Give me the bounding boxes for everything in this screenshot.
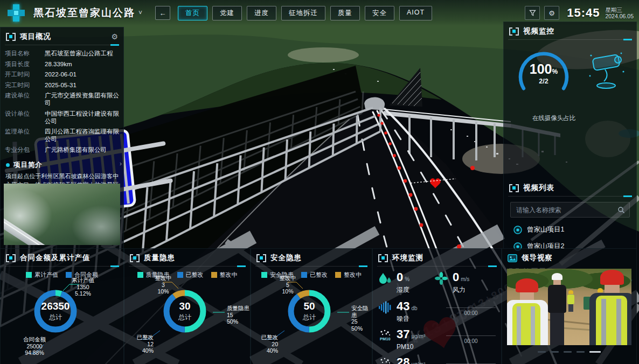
field-row: 项目长度 28.339km [5,60,119,68]
field-row: 设计单位 中国华西工程设计建设有限公司 [5,110,119,125]
worker-left [507,278,549,345]
legend-item: 已整改 [301,271,328,279]
top-bar: 黑石坡至曾家山公路 ˅ ← 首页 党建 进度 征地拆迁 质量 安全 AIOT ⚙… [0,0,639,26]
video-name: 曾家山项目1 [527,225,564,234]
carousel-dots [502,351,636,353]
contract-panel: 合同金额及累计产值 累计产值 合同金额 26350 总计 累计产值 1350 5… [0,248,124,364]
noise-icon [378,300,392,314]
carousel-dash[interactable] [564,351,572,353]
panel-title: 领导视察 [522,253,553,263]
legend-item: 整改中 [335,271,362,279]
section-title: 项目简介 [13,160,43,170]
panel-marker-icon [509,27,519,36]
panel-title: 项目概况 [20,32,51,41]
field-label: 项目名称 [5,50,45,57]
panel-marker-icon [509,184,519,192]
dashboard-root: { "icons": { "back": "←", "gear": "⚙", "… [0,0,639,364]
field-value: 广元路桥集团有限公司 [45,146,119,153]
legend: 质量隐患 已整改 整改中 [124,271,250,279]
panel-collapse-arrow[interactable]: › [120,160,122,167]
pm10-sparkline: 00:00 [446,335,496,344]
panel-title: 视频监控 [523,26,554,36]
legend-swatch [26,272,32,278]
panel-marker-icon [256,254,266,262]
nav-tabs: 首页 党建 进度 征地拆迁 质量 安全 AIOT [178,6,432,20]
carousel-dash[interactable] [538,351,546,353]
panel-marker-icon [6,254,16,262]
panel-title: 合同金额及累计产值 [20,253,91,263]
field-row: 监理单位 四川公路工程咨询监理有限公司 [5,128,119,143]
wind-icon [434,271,448,285]
field-value: 28.339km [45,60,119,68]
worker-right [586,270,631,345]
camera-online-gauge: 100% 2/2 在线摄像头占比 [513,43,574,107]
field-row: 完工时间 2025-05-31 [5,81,119,89]
app-logo-icon [6,3,26,23]
page-title: 黑石坡至曾家山公路 [33,6,135,20]
svg-text:PM10: PM10 [380,337,391,341]
bullet-icon [6,163,10,167]
legend-swatch [335,272,341,278]
nav-tab[interactable]: 安全 [365,6,394,20]
carousel-dash[interactable] [577,351,585,353]
filter-button[interactable] [525,6,540,20]
project-overview-panel: 项目概况 ⚙ 项目名称 黑石坡至曾家山公路工程 项目长度 28.339km 开工… [0,27,124,249]
panel-title: 安全隐患 [270,253,302,263]
legend-item: 累计产值 [26,271,58,279]
nav-tab[interactable]: 首页 [178,6,207,20]
nav-tab[interactable]: 进度 [247,6,276,20]
inspection-photo[interactable] [507,269,631,345]
field-label: 项目长度 [5,60,45,68]
safety-panel: 安全隐患 安全隐患 已整改 整改中 50 总计 [251,248,372,364]
field-row: 建设单位 广元市交通投资集团有限公司 [5,92,119,107]
video-list: 曾家山项目1 曾家山项目2 [504,225,636,251]
online-ratio: 2/2 [513,78,574,85]
nav-tab[interactable]: 征地拆迁 [281,6,325,20]
callout-hazard: 安全隐患 25 50% [351,305,372,332]
field-row: 专业分包 广元路桥集团有限公司 [5,146,119,153]
panel-title: 视频列表 [523,183,554,193]
field-value: 2025-05-31 [45,81,119,89]
noise-sparkline: 00:00 [446,307,496,316]
carousel-dash[interactable] [551,351,559,353]
search-input[interactable] [515,206,617,214]
search-icon[interactable] [617,206,625,214]
back-button[interactable]: ← [155,6,170,20]
callout-contract: 合同金额 25000 94.88% [16,336,53,356]
field-value: 中国华西工程设计建设有限公司 [45,110,119,125]
legend-swatch [137,272,143,278]
field-row: 项目名称 黑石坡至曾家山公路工程 [5,50,119,57]
nav-tab[interactable]: AIOT [399,6,432,20]
callout-fixed: 已整改 20 40% [251,334,278,354]
carousel-dash[interactable] [589,351,601,353]
project-photo [4,184,120,245]
field-label: 监理单位 [5,128,45,143]
callout-inprogress: 整改中 3 10% [147,275,179,295]
legend-item: 已整改 [177,271,204,279]
pm10-icon: PM10 [378,328,392,342]
field-value: 黑石坡至曾家山公路工程 [45,50,119,57]
video-search-box [510,202,630,218]
chevron-down-icon[interactable]: ˅ [138,9,142,17]
field-label: 专业分包 [5,146,45,153]
field-label: 建设单位 [5,92,45,107]
settings-button[interactable]: ⚙ [544,6,559,20]
inspector-center [546,273,568,345]
legend: 安全隐患 已整改 整改中 [251,271,372,279]
quality-panel: 质量隐患 质量隐患 已整改 整改中 30 总计 [124,248,251,364]
camera-dot-icon [513,226,522,234]
cctv-camera-icon [586,50,628,95]
field-value: 广元市交通投资集团有限公司 [45,92,119,107]
nav-tab[interactable]: 质量 [330,6,360,20]
gear-icon[interactable]: ⚙ [111,32,118,41]
video-list-item[interactable]: 曾家山项目1 [513,225,636,234]
legend-item: 整改中 [211,271,238,279]
nav-tab[interactable]: 党建 [212,6,242,20]
environment-panel: 环境监测 0% 湿度 0m/ [372,248,502,364]
pm25-icon: PM2.5 [378,356,392,364]
funnel-icon [529,10,536,17]
panel-marker-icon [6,33,16,41]
panel-title: 环境监测 [392,253,423,263]
gauge-caption: 在线摄像头占比 [513,114,594,122]
legend: 累计产值 合同金额 [1,271,123,279]
